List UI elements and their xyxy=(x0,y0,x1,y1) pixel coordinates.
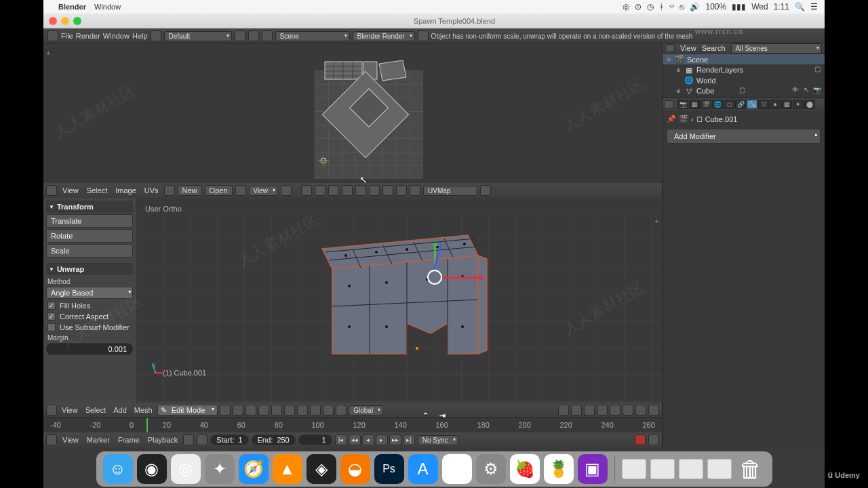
3dview-menu-select[interactable]: Select xyxy=(85,406,106,414)
uv-image-browse-icon[interactable] xyxy=(164,185,175,196)
cc-icon[interactable]: ◎ xyxy=(623,2,629,12)
props-editor-type-icon[interactable] xyxy=(664,100,673,108)
jump-start-button[interactable]: |◂ xyxy=(335,434,347,445)
uv-open-button[interactable]: Open xyxy=(205,185,233,196)
manipulator-icon[interactable] xyxy=(245,405,256,415)
rotate-button[interactable]: Rotate xyxy=(46,229,133,243)
uv-image-editor[interactable]: + xyxy=(43,43,662,183)
render-border-icon[interactable] xyxy=(623,405,633,415)
app-name[interactable]: Blender xyxy=(58,3,86,11)
uv-collapse-icon[interactable]: + xyxy=(46,49,50,57)
3dview-menu-mesh[interactable]: Mesh xyxy=(134,406,153,414)
tab-renderlayer-icon[interactable]: ▦ xyxy=(689,100,700,109)
scale-button[interactable]: Scale xyxy=(46,244,133,258)
playhead[interactable] xyxy=(146,418,148,432)
outliner-search[interactable]: Search xyxy=(702,44,726,52)
tl-range-icon[interactable] xyxy=(183,434,194,445)
uv-sync-icon[interactable] xyxy=(301,185,312,196)
uv-map-browse-icon[interactable] xyxy=(410,185,420,196)
keyframe-next-button[interactable]: ▸▸ xyxy=(389,434,401,445)
translate-button[interactable]: Translate xyxy=(46,214,133,228)
outliner-filter-dropdown[interactable]: All Scenes xyxy=(731,43,822,54)
3dview-menu-add[interactable]: Add xyxy=(113,406,127,414)
menu-render[interactable]: Render xyxy=(76,32,100,40)
uv-menu-view[interactable]: View xyxy=(62,186,79,195)
uv-menu-select[interactable]: Select xyxy=(87,186,108,195)
3d-viewport[interactable]: User Ortho xyxy=(136,198,662,403)
uv-proportional-icon[interactable] xyxy=(396,185,407,196)
opengl-render-icon[interactable] xyxy=(635,405,646,415)
tab-material-icon[interactable]: ● xyxy=(770,100,781,109)
mode-dropdown[interactable]: Edit Mode xyxy=(157,405,218,415)
tab-world-icon[interactable]: 🌐 xyxy=(712,100,723,109)
tab-render-icon[interactable]: 📷 xyxy=(677,100,688,109)
scene-dropdown[interactable]: Scene xyxy=(275,31,350,41)
menu-icon[interactable]: ☰ xyxy=(810,2,818,12)
outliner-cube-row[interactable]: ⊕▽ Cube ▢ 👁↖📷 xyxy=(663,85,825,96)
play-reverse-button[interactable]: ◂ xyxy=(362,434,374,445)
occlude-icon[interactable] xyxy=(610,405,620,415)
tab-constraint-icon[interactable]: 🔗 xyxy=(735,100,746,109)
outliner-view[interactable]: View xyxy=(680,44,696,52)
tab-particle-icon[interactable]: ✦ xyxy=(793,100,804,109)
toggle-icon[interactable]: ⎋ xyxy=(679,2,684,12)
jump-end-button[interactable]: ▸| xyxy=(403,434,415,445)
sync-dropdown[interactable]: No Sync xyxy=(418,435,458,445)
menu-help[interactable]: Help xyxy=(132,32,148,40)
uv-selmode-edge-icon[interactable] xyxy=(328,185,339,196)
screen-add-icon[interactable] xyxy=(235,30,245,41)
tab-modifier-icon[interactable]: 🔧 xyxy=(747,100,757,109)
uv-pivot-icon[interactable] xyxy=(281,185,292,196)
uv-lock-icon[interactable] xyxy=(480,185,491,196)
bc-object-icon[interactable]: ◻ xyxy=(696,115,703,123)
close-window-button[interactable] xyxy=(49,17,57,25)
bc-scene-icon[interactable]: 🎬 xyxy=(679,115,688,123)
gizmo-rotate-icon[interactable] xyxy=(323,405,334,415)
snap-type-icon[interactable] xyxy=(584,405,595,415)
snap-toggle-icon[interactable] xyxy=(571,405,582,415)
clock-icon[interactable]: ◷ xyxy=(647,2,654,12)
tl-menu-playback[interactable]: Playback xyxy=(148,436,178,444)
outliner-editor-type-icon[interactable] xyxy=(665,44,675,52)
uv-pin-icon[interactable] xyxy=(235,185,246,196)
scene-browse-icon[interactable] xyxy=(262,30,273,41)
orientation-dropdown[interactable]: Global xyxy=(349,405,383,415)
screen-layout-dropdown[interactable]: Default xyxy=(164,31,232,41)
uv-selmode-island-icon[interactable] xyxy=(355,185,366,196)
tab-scene-icon[interactable]: 🎬 xyxy=(701,100,711,109)
gizmo-scale-icon[interactable] xyxy=(336,405,347,415)
selmode-edge-icon[interactable] xyxy=(271,405,282,415)
current-frame-field[interactable]: 1 xyxy=(298,434,332,445)
mac-menu-window[interactable]: Window xyxy=(94,3,121,11)
outliner-world-row[interactable]: 🌐 World xyxy=(663,75,825,85)
tl-lock-icon[interactable] xyxy=(197,434,208,445)
autokey-button[interactable] xyxy=(635,434,646,445)
viewport-collapse-icon[interactable]: + xyxy=(655,217,659,225)
spotlight-icon[interactable]: 🔍 xyxy=(795,2,805,12)
correct-aspect-checkbox[interactable]: ✓Correct Aspect xyxy=(47,312,132,321)
selmode-vert-icon[interactable] xyxy=(258,405,269,415)
tab-physics-icon[interactable]: ⬤ xyxy=(804,100,815,109)
menu-window[interactable]: Window xyxy=(103,32,130,40)
tl-menu-view[interactable]: View xyxy=(62,436,79,444)
bluetooth-icon[interactable]: ᚼ xyxy=(659,2,664,12)
unwrap-panel-header[interactable]: Unwrap xyxy=(46,263,133,275)
volume-icon[interactable]: 🔊 xyxy=(690,2,700,12)
uv-new-button[interactable]: New xyxy=(178,185,202,196)
fill-holes-checkbox[interactable]: ✓Fill Holes xyxy=(47,302,132,310)
zoom-window-button[interactable] xyxy=(73,17,81,25)
outliner-renderlayers-row[interactable]: ⊕▦ RenderLayers ▢ xyxy=(663,64,825,75)
pivot-icon[interactable] xyxy=(233,405,243,415)
tab-data-icon[interactable]: ▽ xyxy=(758,100,769,109)
outliner-scene-row[interactable]: ⊖🎬 Scene xyxy=(663,54,825,64)
uv-map-name[interactable]: UVMap xyxy=(423,186,477,196)
tl-menu-frame[interactable]: Frame xyxy=(118,436,140,444)
transform-panel-header[interactable]: Transform xyxy=(46,201,133,213)
limit-sel-icon[interactable] xyxy=(297,405,308,415)
wifi-icon[interactable]: ⌔ xyxy=(669,2,674,12)
3dview-menu-view[interactable]: View xyxy=(62,406,78,414)
uv-selmode-face-icon[interactable] xyxy=(342,185,353,196)
tab-texture-icon[interactable]: ▦ xyxy=(781,100,792,109)
selmode-face-icon[interactable] xyxy=(284,405,295,415)
end-frame-field[interactable]: End:250 xyxy=(252,434,296,445)
